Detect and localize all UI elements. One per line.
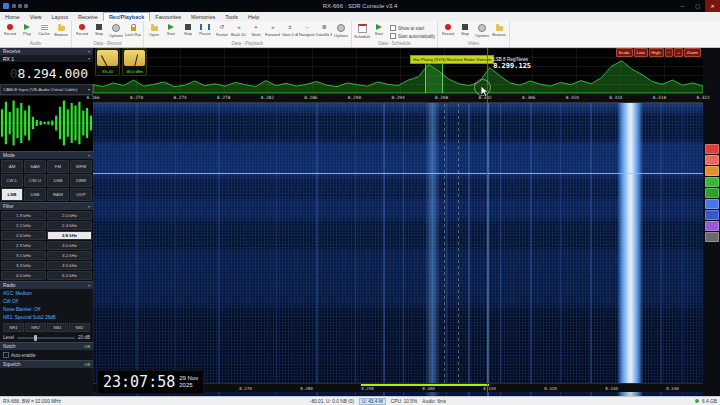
filter-2-2-khz[interactable]: 2.2 kHz bbox=[1, 221, 46, 230]
right-toolbar-button-5[interactable] bbox=[705, 188, 719, 198]
ribbon-button-back-10-seconds[interactable]: «Back 10 seconds bbox=[231, 22, 247, 41]
radio-setting[interactable]: NR1: Spectral Sub2 28dB bbox=[3, 315, 90, 320]
radio-setting[interactable]: CW Off bbox=[3, 299, 90, 304]
quick-access-button[interactable] bbox=[18, 4, 22, 8]
filter-3-2-khz[interactable]: 3.2 kHz bbox=[47, 251, 92, 260]
spectrum-display[interactable]: Hai Phong (XVG) Maritime Radio Vietnam L… bbox=[93, 47, 703, 93]
ribbon-button-browse[interactable]: Browse bbox=[53, 22, 69, 41]
ribbon-button-stop[interactable]: Stop bbox=[180, 22, 196, 41]
mode-udp[interactable]: UDP bbox=[70, 188, 92, 201]
filter-4-0-khz[interactable]: 4.0 kHz bbox=[1, 271, 46, 280]
filter-2-6-khz[interactable]: 2.6 kHz bbox=[1, 231, 46, 240]
ribbon-button-lock-radio[interactable]: Lock Radio bbox=[125, 22, 141, 41]
menu-tab-tools[interactable]: Tools bbox=[220, 12, 243, 21]
mode-cw-u[interactable]: CW-U bbox=[24, 174, 46, 187]
ribbon-button-record[interactable]: Record bbox=[2, 22, 18, 41]
checkbox-show-at-start[interactable]: Show at start bbox=[390, 25, 435, 31]
right-toolbar-button-4[interactable] bbox=[705, 177, 719, 187]
ribbon-button-options[interactable]: Options bbox=[108, 22, 124, 41]
quick-access-button[interactable] bbox=[24, 4, 28, 8]
close-button[interactable]: ✕ bbox=[705, 0, 720, 12]
right-toolbar-button-3[interactable] bbox=[705, 166, 719, 176]
ribbon-button-schedule[interactable]: Schedule bbox=[354, 22, 370, 41]
squelch-section-header[interactable]: Squelch Off bbox=[0, 360, 93, 368]
ribbon-button-open[interactable]: Open bbox=[146, 22, 162, 41]
station-label[interactable]: Hai Phong (XVG) Maritime Radio Vietnam bbox=[410, 55, 494, 64]
mode-sam[interactable]: SAM bbox=[24, 160, 46, 173]
ribbon-button-options[interactable]: Options bbox=[474, 22, 490, 41]
mode-raw[interactable]: RAW bbox=[47, 188, 69, 201]
mode-fm[interactable]: FM bbox=[47, 160, 69, 173]
ribbon-button-stop[interactable]: Stop bbox=[457, 22, 473, 41]
ribbon-button-datafile-editor[interactable]: ≣Datafile Editor bbox=[316, 22, 332, 41]
quick-access-button[interactable] bbox=[12, 4, 16, 8]
view-extent-indicator[interactable] bbox=[361, 384, 489, 386]
spectrum-toolbar-[interactable]: + bbox=[674, 48, 683, 57]
frequency-scale[interactable]: 8.2668.2708.2748.2788.2828.2868.2908.294… bbox=[93, 93, 703, 103]
mode-lsb[interactable]: LSB bbox=[1, 188, 23, 201]
menu-tab-layout[interactable]: Layout bbox=[47, 12, 74, 21]
menu-tab-home[interactable]: Home bbox=[0, 12, 25, 21]
filter-3-0-khz[interactable]: 3.0 kHz bbox=[47, 241, 92, 250]
spectrum-toolbar-zoom[interactable]: Zoom bbox=[684, 48, 701, 57]
filter-2-8-khz[interactable]: 2.8 kHz bbox=[47, 231, 92, 240]
spectrum-toolbar-high[interactable]: High bbox=[649, 48, 664, 57]
ribbon-button-pause[interactable]: Pause bbox=[197, 22, 213, 41]
mode-wfm[interactable]: WFM bbox=[70, 160, 92, 173]
level-slider-thumb[interactable] bbox=[34, 335, 37, 341]
mode-am[interactable]: AM bbox=[1, 160, 23, 173]
filter-6-0-khz[interactable]: 6.0 kHz bbox=[47, 271, 92, 280]
checkbox-icon[interactable] bbox=[3, 352, 9, 358]
radio-button-nr2[interactable]: NR2 bbox=[25, 323, 46, 332]
spectrum-toolbar-low[interactable]: Low bbox=[634, 48, 648, 57]
ribbon-button-start[interactable]: Start bbox=[371, 22, 387, 41]
menu-tab-help[interactable]: Help bbox=[243, 12, 264, 21]
frequency-display[interactable]: 08.294.000 bbox=[0, 62, 93, 84]
radio-section-header[interactable]: Radio ▾ bbox=[0, 281, 93, 289]
right-toolbar-button-7[interactable] bbox=[705, 210, 719, 220]
filter-2-0-khz[interactable]: 2.0 kHz bbox=[47, 211, 92, 220]
ribbon-button-browse[interactable]: Browse bbox=[491, 22, 507, 41]
ribbon-button-play[interactable]: Play bbox=[19, 22, 35, 41]
mode-cw-l[interactable]: CW-L bbox=[1, 174, 23, 187]
notch-section-header[interactable]: Notch Off bbox=[0, 342, 93, 350]
radio-button-nr1[interactable]: NR1 bbox=[3, 323, 24, 332]
menu-tab-favourites[interactable]: Favourites bbox=[150, 12, 186, 21]
radio-button-nb2[interactable]: NB2 bbox=[69, 323, 90, 332]
right-toolbar-button-2[interactable] bbox=[705, 155, 719, 165]
audio-device-select[interactable]: CABLE Input (VB-Audio Virtual Cable) ▾ bbox=[0, 84, 93, 95]
ribbon-button-restart[interactable]: ↺Restart bbox=[214, 22, 230, 41]
filter-3-5-khz[interactable]: 3.5 kHz bbox=[47, 261, 92, 270]
filter-2-4-khz[interactable]: 2.4 kHz bbox=[47, 221, 92, 230]
ribbon-button-navigate[interactable]: →Navigate bbox=[299, 22, 315, 41]
notch-auto-enable[interactable]: Auto enable bbox=[0, 350, 93, 360]
filter-section-header[interactable]: Filter ▾ bbox=[0, 202, 93, 210]
right-toolbar-button-8[interactable] bbox=[705, 221, 719, 231]
checkbox-start-automatically[interactable]: Start automatically bbox=[390, 33, 435, 39]
mode-dsb[interactable]: DSB bbox=[47, 174, 69, 187]
menu-tab-memories[interactable]: Memories bbox=[186, 12, 220, 21]
ribbon-button-options[interactable]: Options bbox=[333, 22, 349, 41]
menu-tab-view[interactable]: View bbox=[25, 12, 47, 21]
filter-2-9-khz[interactable]: 2.9 kHz bbox=[1, 241, 46, 250]
mode-drm[interactable]: DRM bbox=[70, 174, 92, 187]
filter-1-8-khz[interactable]: 1.8 kHz bbox=[1, 211, 46, 220]
mode-usb[interactable]: USB bbox=[24, 188, 46, 201]
ribbon-button-start[interactable]: Start bbox=[163, 22, 179, 41]
spectrum-toolbar-scale[interactable]: Scale bbox=[616, 48, 633, 57]
right-toolbar-button-9[interactable] bbox=[705, 232, 719, 242]
ribbon-button-record[interactable]: Record bbox=[440, 22, 456, 41]
ribbon-button-gain-0-db[interactable]: ±Gain 0 dB bbox=[282, 22, 298, 41]
spectrum-toolbar-[interactable]: − bbox=[665, 48, 674, 57]
station-highlight-band[interactable] bbox=[425, 62, 443, 93]
menu-tab-receive[interactable]: Receive bbox=[73, 12, 103, 21]
radio-button-nb1[interactable]: NB1 bbox=[47, 323, 68, 332]
right-toolbar-button-1[interactable] bbox=[705, 144, 719, 154]
menu-tab-rec-playback[interactable]: Rec/Playback bbox=[103, 12, 150, 21]
ribbon-button-stop[interactable]: Stop bbox=[91, 22, 107, 41]
ribbon-button-record[interactable]: Record bbox=[74, 22, 90, 41]
minimize-button[interactable]: ─ bbox=[675, 0, 690, 12]
receive-section-header[interactable]: Receive ▾ bbox=[0, 47, 93, 55]
filter-3-3-khz[interactable]: 3.3 kHz bbox=[1, 261, 46, 270]
filter-3-1-khz[interactable]: 3.1 kHz bbox=[1, 251, 46, 260]
